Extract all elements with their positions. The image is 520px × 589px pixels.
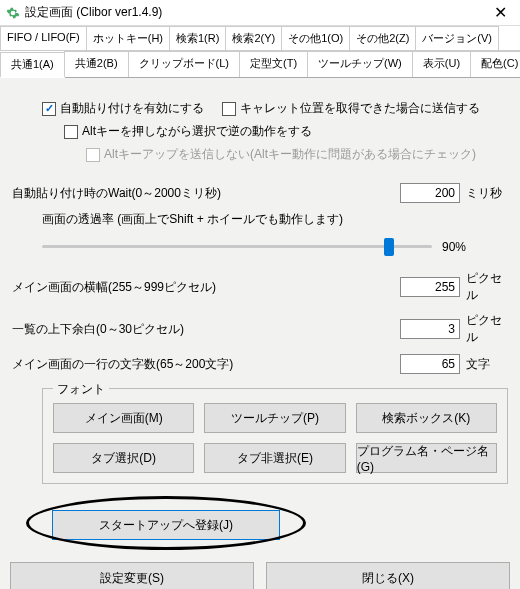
tab-fifo[interactable]: FIFO / LIFO(F): [0, 26, 87, 50]
font-tab-unsel-button[interactable]: タブ非選択(E): [204, 443, 345, 473]
startup-register-button[interactable]: スタートアップへ登録(J): [52, 510, 280, 540]
tab-search2[interactable]: 検索2(Y): [225, 26, 282, 50]
checkbox-auto-paste[interactable]: ✓: [42, 102, 56, 116]
input-chars[interactable]: [400, 354, 460, 374]
input-margin[interactable]: [400, 319, 460, 339]
field-label-width: メイン画面の横幅(255～999ピクセル): [12, 279, 400, 296]
unit-label: ピクセル: [466, 312, 508, 346]
font-searchbox-button[interactable]: 検索ボックス(K): [356, 403, 497, 433]
font-progpage-button[interactable]: プログラム名・ページ名(G): [356, 443, 497, 473]
titlebar: 設定画面 (Clibor ver1.4.9) ✕: [0, 0, 520, 26]
close-button[interactable]: ✕: [480, 0, 520, 26]
window-title: 設定画面 (Clibor ver1.4.9): [25, 4, 480, 21]
checkbox-alt-keyup: [86, 148, 100, 162]
tab-row-1: FIFO / LIFO(F) ホットキー(H) 検索1(R) 検索2(Y) その…: [0, 26, 520, 51]
tab-template[interactable]: 定型文(T): [239, 51, 308, 77]
unit-label: ピクセル: [466, 270, 508, 304]
checkbox-label: 自動貼り付けを有効にする: [60, 100, 204, 117]
input-width[interactable]: [400, 277, 460, 297]
opacity-slider[interactable]: [42, 234, 432, 260]
unit-label: ミリ秒: [466, 185, 508, 202]
opacity-value: 90%: [442, 240, 466, 254]
tab-other2[interactable]: その他2(Z): [349, 26, 416, 50]
tab-color[interactable]: 配色(C): [470, 51, 520, 77]
font-fieldset: フォント メイン画面(M) ツールチップ(P) 検索ボックス(K) タブ選択(D…: [42, 388, 508, 484]
font-tooltip-button[interactable]: ツールチップ(P): [204, 403, 345, 433]
field-label-opacity: 画面の透過率 (画面上でShift + ホイールでも動作します): [42, 211, 508, 228]
field-label-chars: メイン画面の一行の文字数(65～200文字): [12, 356, 400, 373]
tab-hotkey[interactable]: ホットキー(H): [86, 26, 170, 50]
unit-label: 文字: [466, 356, 508, 373]
content-panel: ✓ 自動貼り付けを有効にする キャレット位置を取得できた場合に送信する Altキ…: [0, 78, 520, 552]
tab-other1[interactable]: その他1(O): [281, 26, 350, 50]
font-main-button[interactable]: メイン画面(M): [53, 403, 194, 433]
gear-icon: [6, 6, 20, 20]
checkbox-label-disabled: Altキーアップを送信しない(Altキー動作に問題がある場合にチェック): [104, 146, 476, 163]
close-dialog-button[interactable]: 閉じる(X): [266, 562, 510, 589]
tab-clipboard[interactable]: クリップボード(L): [128, 51, 240, 77]
tab-row-2: 共通1(A) 共通2(B) クリップボード(L) 定型文(T) ツールチップ(W…: [0, 51, 520, 78]
tab-common1[interactable]: 共通1(A): [0, 52, 65, 78]
field-label-wait: 自動貼り付け時のWait(0～2000ミリ秒): [12, 185, 400, 202]
fieldset-legend: フォント: [53, 381, 109, 398]
checkbox-label: Altキーを押しながら選択で逆の動作をする: [82, 123, 312, 140]
font-tab-sel-button[interactable]: タブ選択(D): [53, 443, 194, 473]
input-wait[interactable]: [400, 183, 460, 203]
checkbox-caret[interactable]: [222, 102, 236, 116]
tab-tooltip[interactable]: ツールチップ(W): [307, 51, 413, 77]
field-label-margin: 一覧の上下余白(0～30ピクセル): [12, 321, 400, 338]
tab-version[interactable]: バージョン(V): [415, 26, 499, 50]
tab-common2[interactable]: 共通2(B): [64, 51, 129, 77]
bottom-bar: 設定変更(S) 閉じる(X): [0, 552, 520, 589]
tab-search1[interactable]: 検索1(R): [169, 26, 226, 50]
checkbox-alt-reverse[interactable]: [64, 125, 78, 139]
tab-display[interactable]: 表示(U): [412, 51, 471, 77]
apply-button[interactable]: 設定変更(S): [10, 562, 254, 589]
checkbox-label: キャレット位置を取得できた場合に送信する: [240, 100, 480, 117]
